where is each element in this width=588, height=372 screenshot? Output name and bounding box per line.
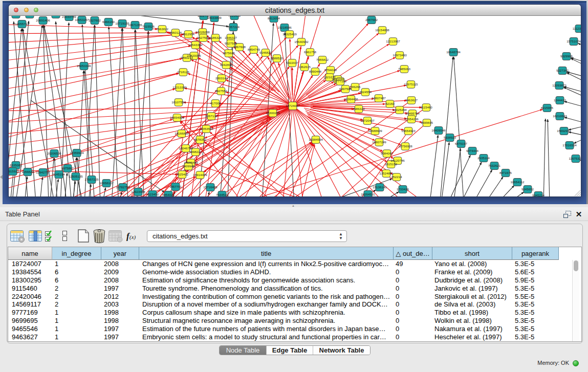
svg-text:10958107: 10958107	[99, 181, 114, 185]
svg-text:12975115: 12975115	[404, 82, 418, 86]
svg-text:16210643: 16210643	[553, 114, 567, 118]
svg-text:9660124: 9660124	[169, 31, 182, 34]
svg-text:18807249: 18807249	[372, 140, 386, 144]
svg-text:7632621: 7632621	[488, 164, 501, 167]
svg-text:8186328: 8186328	[209, 36, 222, 39]
svg-text:6497508: 6497508	[339, 87, 352, 91]
svg-text:7485063: 7485063	[398, 67, 411, 71]
svg-text:1156829: 1156829	[21, 170, 34, 173]
svg-text:10025458: 10025458	[393, 108, 407, 112]
svg-text:9463627: 9463627	[405, 98, 418, 102]
svg-text:7515526: 7515526	[142, 25, 155, 28]
svg-text:26053346: 26053346	[77, 64, 91, 68]
svg-text:23226058: 23226058	[195, 30, 210, 34]
svg-text:15136141: 15136141	[373, 185, 387, 189]
svg-text:12505135: 12505135	[69, 174, 83, 178]
svg-text:16409548: 16409548	[431, 128, 446, 132]
svg-text:8678352: 8678352	[194, 138, 207, 141]
svg-text:6466160: 6466160	[102, 20, 115, 24]
svg-text:7357224: 7357224	[227, 25, 240, 29]
svg-text:9527503: 9527503	[197, 36, 210, 39]
svg-text:13524851: 13524851	[379, 171, 394, 175]
svg-text:9457791: 9457791	[169, 185, 182, 188]
svg-text:10653267: 10653267	[75, 18, 89, 21]
svg-text:10756928: 10756928	[398, 144, 412, 148]
svg-text:15751074: 15751074	[567, 39, 581, 43]
svg-text:11123834: 11123834	[573, 27, 581, 30]
svg-text:8912954: 8912954	[182, 32, 195, 36]
svg-text:21033789: 21033789	[62, 16, 76, 18]
svg-text:16107554: 16107554	[171, 100, 186, 104]
svg-text:1733426: 1733426	[397, 187, 409, 191]
svg-text:19384554: 19384554	[309, 138, 323, 141]
svg-text:10671355: 10671355	[128, 23, 142, 27]
svg-text:8454749: 8454749	[248, 48, 260, 51]
svg-text:10807487: 10807487	[372, 96, 386, 100]
svg-text:16120746: 16120746	[390, 159, 405, 162]
svg-text:19654923: 19654923	[401, 129, 416, 133]
svg-text:1362615: 1362615	[298, 65, 311, 69]
svg-text:7634519: 7634519	[216, 193, 229, 196]
svg-text:9777169: 9777169	[334, 79, 347, 83]
svg-text:1145194: 1145194	[53, 172, 65, 176]
svg-text:15716485: 15716485	[203, 185, 217, 189]
svg-text:11675326: 11675326	[569, 157, 581, 160]
svg-text:20206536: 20206536	[47, 151, 61, 155]
svg-text:17957225: 17957225	[84, 178, 99, 181]
svg-text:16033809: 16033809	[207, 16, 222, 19]
svg-text:1409949: 1409949	[182, 164, 195, 168]
svg-text:17359924: 17359924	[70, 151, 84, 155]
svg-text:16914479: 16914479	[193, 173, 207, 177]
svg-text:9146821: 9146821	[259, 51, 272, 54]
svg-text:16154838: 16154838	[375, 28, 389, 32]
svg-text:62160: 62160	[385, 102, 395, 105]
svg-text:25495764: 25495764	[405, 112, 420, 115]
svg-text:17954236: 17954236	[404, 117, 419, 121]
svg-text:13325419: 13325419	[282, 32, 297, 36]
svg-text:18724007: 18724007	[286, 104, 300, 107]
svg-text:12942757: 12942757	[36, 170, 50, 174]
svg-text:9975867: 9975867	[61, 166, 74, 170]
svg-text:9084067: 9084067	[381, 151, 394, 155]
svg-text:16046758: 16046758	[179, 146, 193, 150]
svg-text:7663822: 7663822	[156, 27, 169, 31]
svg-text:5698222: 5698222	[189, 150, 202, 154]
svg-text:8471676: 8471676	[499, 171, 512, 174]
svg-text:16654906: 16654906	[170, 116, 184, 119]
svg-text:9245652: 9245652	[521, 187, 534, 191]
svg-text:1546327: 1546327	[225, 36, 237, 39]
svg-text:6879197: 6879197	[455, 142, 468, 145]
svg-text:2718126: 2718126	[177, 70, 190, 74]
svg-text:15692971: 15692971	[557, 129, 571, 133]
svg-text:5938923: 5938923	[444, 136, 456, 139]
svg-text:9527508: 9527508	[225, 41, 237, 45]
svg-text:7625402: 7625402	[176, 172, 189, 176]
svg-text:1588520: 1588520	[271, 56, 284, 60]
svg-text:9890213: 9890213	[181, 56, 193, 59]
svg-text:417004: 417004	[210, 101, 221, 105]
svg-text:10654112: 10654112	[510, 180, 525, 184]
svg-text:16782759: 16782759	[116, 185, 130, 189]
svg-text:14055713: 14055713	[15, 22, 29, 26]
svg-text:20364436: 20364436	[344, 97, 358, 101]
svg-text:19218586: 19218586	[277, 26, 292, 29]
svg-text:9115460: 9115460	[420, 105, 432, 109]
svg-text:9699695: 9699695	[421, 121, 433, 124]
svg-text:(x): (x)	[129, 234, 136, 240]
svg-text:8990448: 8990448	[309, 70, 322, 73]
svg-text:6794028: 6794028	[324, 68, 337, 72]
svg-text:9242848: 9242848	[220, 63, 233, 67]
svg-text:14099489: 14099489	[184, 161, 198, 164]
svg-text:25300205: 25300205	[266, 111, 280, 115]
svg-text:5322037: 5322037	[286, 61, 299, 64]
svg-text:9123450: 9123450	[146, 192, 159, 196]
svg-text:7955812: 7955812	[316, 58, 329, 61]
svg-text:2803144: 2803144	[215, 76, 228, 80]
svg-text:12353594: 12353594	[199, 127, 213, 130]
svg-text:252214: 252214	[391, 175, 402, 179]
svg-text:3624554: 3624554	[359, 90, 372, 94]
svg-text:8854021: 8854021	[162, 193, 175, 196]
svg-text:9329906: 9329906	[560, 54, 573, 58]
svg-text:7216459: 7216459	[228, 16, 241, 17]
svg-text:3267130: 3267130	[205, 114, 218, 118]
